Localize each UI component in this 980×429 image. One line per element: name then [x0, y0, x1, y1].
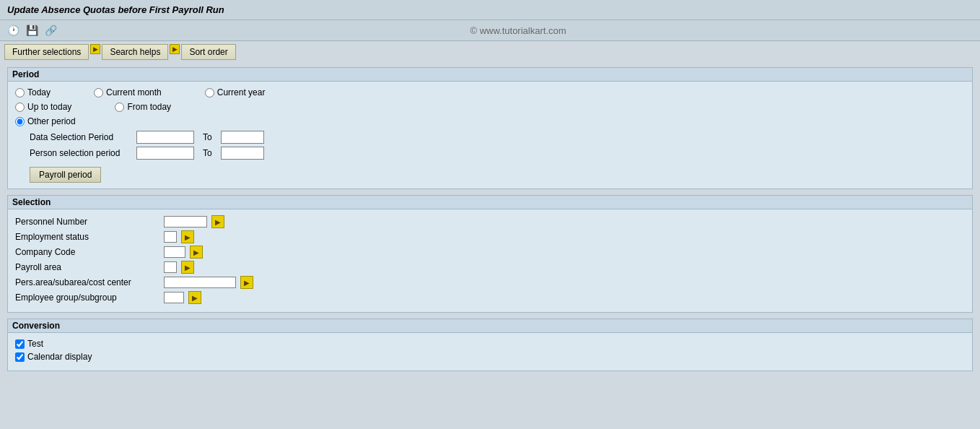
person-selection-to-label: To	[203, 148, 212, 158]
company-code-label: Company Code	[15, 247, 159, 257]
calendar-display-label: Calendar display	[27, 352, 92, 362]
data-selection-period-row: Data Selection Period To	[15, 131, 965, 144]
calendar-display-checkbox[interactable]	[15, 352, 25, 362]
tab-further-selections[interactable]: Further selections	[4, 44, 89, 60]
person-selection-from-input[interactable]	[136, 147, 194, 160]
search-helps-label: Search helps	[110, 47, 160, 57]
pers-area-label: Pers.area/subarea/cost center	[15, 277, 159, 287]
payroll-area-row: Payroll area ▶	[15, 261, 965, 274]
page-title: Update Absence Quotas before First Payro…	[7, 4, 224, 15]
employee-group-input[interactable]	[164, 292, 184, 303]
sort-order-label: Sort order	[189, 47, 227, 57]
employment-status-arrow-btn[interactable]: ▶	[181, 230, 194, 243]
radio-today-label: Today	[27, 87, 51, 98]
radio-from-today-label: From today	[127, 102, 171, 112]
employee-group-label: Employee group/subgroup	[15, 292, 159, 303]
tab-sort-order[interactable]: Sort order	[181, 44, 235, 60]
radio-current-month[interactable]: Current month	[94, 87, 162, 98]
radio-up-to-today-label: Up to today	[27, 102, 71, 112]
conversion-section: Conversion Test Calendar display	[7, 318, 973, 371]
further-selections-label: Further selections	[12, 47, 81, 57]
company-code-row: Company Code ▶	[15, 246, 965, 259]
period-section-header: Period	[8, 68, 972, 82]
shortcut-icon[interactable]: 🔗	[43, 23, 58, 38]
payroll-period-button[interactable]: Payroll period	[30, 167, 101, 183]
payroll-area-arrow-btn[interactable]: ▶	[181, 261, 194, 274]
period-radio-row-1: Today Current month Current year	[15, 87, 965, 98]
period-radio-row-2: Up to today From today	[15, 102, 965, 112]
pers-area-input[interactable]	[164, 277, 236, 288]
data-selection-label: Data Selection Period	[15, 132, 131, 142]
radio-other-period-label: Other period	[27, 116, 76, 126]
personnel-number-label: Personnel Number	[15, 217, 159, 227]
main-content: Period Today Current month Current year	[0, 63, 980, 381]
selection-section-body: Personnel Number ▶ Employment status ▶ C…	[8, 209, 972, 312]
radio-today[interactable]: Today	[15, 87, 51, 98]
personnel-number-input[interactable]	[164, 216, 207, 228]
period-radio-row-3: Other period	[15, 116, 965, 126]
data-selection-to-input[interactable]	[221, 131, 264, 144]
tab-bar: Further selections ▶ Search helps ▶ Sort…	[0, 41, 980, 63]
pers-area-arrow-btn[interactable]: ▶	[240, 276, 253, 289]
person-selection-to-input[interactable]	[221, 147, 264, 160]
company-code-input[interactable]	[164, 246, 185, 258]
save-icon[interactable]: 💾	[25, 23, 39, 38]
person-selection-period-row: Person selection period To	[15, 147, 965, 160]
data-selection-to-label: To	[203, 132, 212, 142]
employee-group-row: Employee group/subgroup ▶	[15, 291, 965, 304]
test-label: Test	[27, 339, 43, 349]
personnel-number-arrow-btn[interactable]: ▶	[211, 215, 224, 228]
further-selections-arrow-icon: ▶	[90, 44, 100, 54]
radio-current-year-input[interactable]	[205, 88, 214, 98]
search-helps-arrow-icon: ▶	[170, 44, 180, 54]
radio-other-period[interactable]: Other period	[15, 116, 76, 126]
radio-current-year-label: Current year	[217, 87, 266, 98]
payroll-period-row: Payroll period	[15, 164, 965, 183]
tab-search-helps[interactable]: Search helps	[102, 44, 168, 60]
radio-up-to-today[interactable]: Up to today	[15, 102, 71, 112]
watermark: © www.tutorialkart.com	[62, 25, 974, 36]
radio-other-period-input[interactable]	[15, 117, 25, 126]
radio-today-input[interactable]	[15, 88, 25, 98]
calendar-display-checkbox-row: Calendar display	[15, 352, 965, 362]
personnel-number-row: Personnel Number ▶	[15, 215, 965, 228]
data-selection-from-input[interactable]	[136, 131, 194, 144]
radio-from-today[interactable]: From today	[115, 102, 171, 112]
radio-current-month-input[interactable]	[94, 88, 103, 98]
selection-section: Selection Personnel Number ▶ Employment …	[7, 195, 973, 313]
employment-status-label: Employment status	[15, 232, 159, 242]
period-section: Period Today Current month Current year	[7, 67, 973, 189]
title-bar: Update Absence Quotas before First Payro…	[0, 0, 980, 20]
radio-from-today-input[interactable]	[115, 103, 124, 112]
payroll-area-label: Payroll area	[15, 262, 159, 272]
toolbar: 🕐 💾 🔗 © www.tutorialkart.com	[0, 20, 980, 41]
payroll-area-input[interactable]	[164, 261, 177, 273]
person-selection-label: Person selection period	[15, 148, 131, 158]
test-checkbox[interactable]	[15, 339, 25, 349]
conversion-section-header: Conversion	[8, 319, 972, 333]
employment-status-input[interactable]	[164, 231, 177, 243]
employment-status-row: Employment status ▶	[15, 230, 965, 243]
period-section-body: Today Current month Current year Up to t…	[8, 82, 972, 188]
conversion-section-body: Test Calendar display	[8, 333, 972, 370]
employee-group-arrow-btn[interactable]: ▶	[188, 291, 201, 304]
radio-up-to-today-input[interactable]	[15, 103, 25, 112]
selection-section-header: Selection	[8, 196, 972, 209]
company-code-arrow-btn[interactable]: ▶	[190, 246, 203, 259]
clock-icon[interactable]: 🕐	[6, 23, 20, 38]
test-checkbox-row: Test	[15, 339, 965, 349]
radio-current-year[interactable]: Current year	[205, 87, 266, 98]
radio-current-month-label: Current month	[106, 87, 162, 98]
pers-area-row: Pers.area/subarea/cost center ▶	[15, 276, 965, 289]
